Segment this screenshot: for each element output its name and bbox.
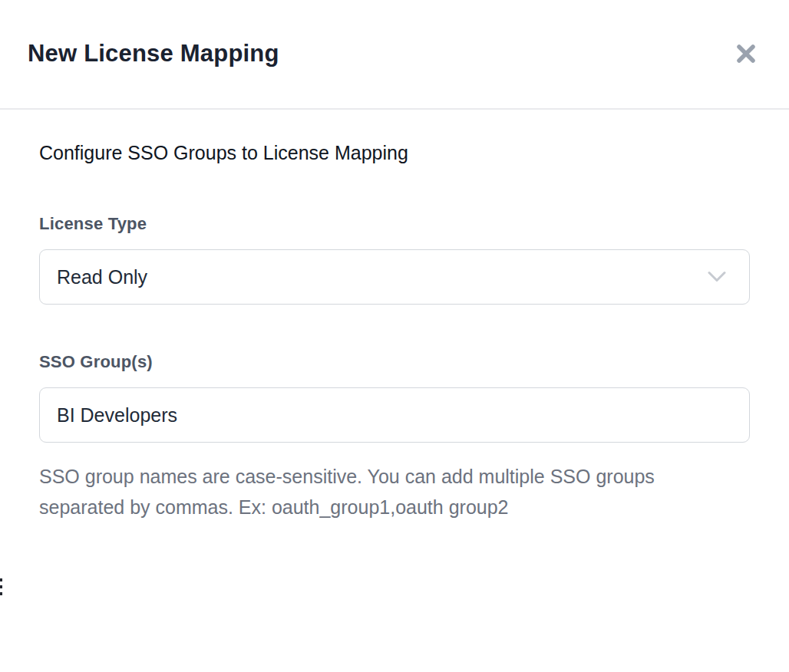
modal-header: New License Mapping — [0, 0, 789, 110]
chevron-down-icon — [708, 272, 726, 283]
sso-groups-label: SSO Group(s) — [39, 352, 153, 372]
sso-groups-input[interactable]: BI Developers — [39, 387, 750, 443]
license-type-select[interactable]: Read Only — [39, 249, 750, 305]
sso-groups-value: BI Developers — [40, 404, 177, 427]
close-icon[interactable] — [735, 42, 758, 65]
license-type-label: License Type — [39, 214, 147, 234]
background-list-icon — [0, 578, 3, 597]
dialog-subtitle: Configure SSO Groups to License Mapping — [39, 142, 408, 164]
sso-groups-help-text: SSO group names are case-sensitive. You … — [39, 461, 707, 522]
license-type-value: Read Only — [40, 266, 147, 288]
license-mapping-dialog: New License Mapping Configure SSO Groups… — [0, 0, 789, 672]
modal-title: New License Mapping — [28, 40, 279, 68]
